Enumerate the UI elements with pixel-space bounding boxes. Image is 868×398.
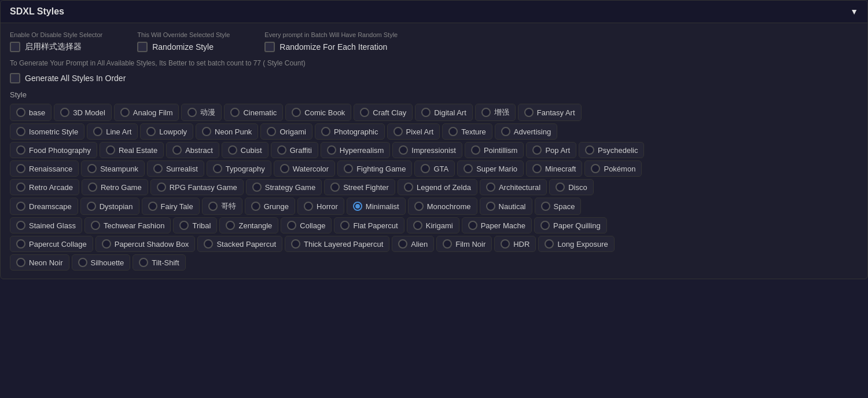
style-item[interactable]: 哥特 <box>202 198 242 215</box>
style-item[interactable]: Renaissance <box>10 160 79 177</box>
style-item[interactable]: Papercut Collage <box>10 236 93 252</box>
style-item[interactable]: Minimalist <box>347 198 406 215</box>
style-item[interactable]: Thick Layered Papercut <box>285 236 389 252</box>
style-item[interactable]: Typography <box>207 160 271 177</box>
style-item[interactable]: Super Mario <box>457 160 524 177</box>
style-item[interactable]: Legend of Zelda <box>398 179 477 195</box>
style-item[interactable]: Flat Papercut <box>334 217 404 233</box>
style-item[interactable]: Silhouette <box>72 254 131 271</box>
style-item[interactable]: Papercut Shadow Box <box>95 236 196 252</box>
enable-style-checkbox[interactable] <box>10 42 20 52</box>
chevron-down-icon[interactable]: ▼ <box>850 7 858 16</box>
style-item[interactable]: Disco <box>549 179 594 195</box>
style-item[interactable]: 3D Model <box>54 104 112 121</box>
style-item[interactable]: Isometric Style <box>10 123 84 140</box>
style-item[interactable]: Fantasy Art <box>518 104 582 121</box>
style-item[interactable]: Dystopian <box>80 198 139 215</box>
style-item[interactable]: Advertising <box>495 123 557 140</box>
randomize-each-option[interactable]: Randomize For Each Iteration <box>264 42 398 52</box>
style-radio-icon <box>540 221 550 230</box>
randomize-each-checkbox[interactable] <box>264 42 275 52</box>
style-item[interactable]: Digital Art <box>415 104 473 121</box>
style-item[interactable]: Hyperrealism <box>321 142 391 158</box>
style-item[interactable]: Paper Mache <box>462 217 532 233</box>
style-item[interactable]: Graffiti <box>271 142 318 158</box>
style-item[interactable]: Texture <box>442 123 492 140</box>
style-item[interactable]: Retro Game <box>82 179 148 195</box>
style-item[interactable]: Space <box>535 198 582 215</box>
style-item[interactable]: GTA <box>414 160 455 177</box>
style-item[interactable]: Origami <box>260 123 312 140</box>
style-radio-icon <box>16 221 25 230</box>
style-radio-icon <box>16 202 25 211</box>
style-item[interactable]: Photographic <box>315 123 385 140</box>
generate-all-checkbox[interactable] <box>10 73 20 83</box>
style-item[interactable]: Craft Clay <box>354 104 413 121</box>
randomize-style-checkbox[interactable] <box>137 42 148 52</box>
style-item[interactable]: Impressionist <box>392 142 462 158</box>
style-item[interactable]: Minecraft <box>526 160 582 177</box>
style-item[interactable]: Tilt-Shift <box>133 254 185 271</box>
style-item[interactable]: Film Noir <box>436 236 492 252</box>
style-item[interactable]: Tribal <box>173 217 217 233</box>
style-item[interactable]: Neon Noir <box>10 254 69 271</box>
style-item[interactable]: Fairy Tale <box>142 198 200 215</box>
style-item[interactable]: Lowpoly <box>140 123 193 140</box>
style-item[interactable]: Food Photography <box>10 142 97 158</box>
style-name-text: 动漫 <box>200 107 215 118</box>
style-item[interactable]: Retro Arcade <box>10 179 79 195</box>
style-item[interactable]: Stacked Papercut <box>197 236 282 252</box>
style-item[interactable]: Cubist <box>222 142 269 158</box>
style-radio-icon <box>78 258 87 267</box>
style-name-text: HDR <box>513 240 529 249</box>
style-item[interactable]: Collage <box>281 217 332 233</box>
style-name-text: Pop Art <box>545 146 570 155</box>
style-name-text: Silhouette <box>91 258 124 267</box>
style-item[interactable]: Strategy Game <box>246 179 322 195</box>
style-item[interactable]: Psychedelic <box>579 142 644 158</box>
style-name-text: Papercut Collage <box>29 240 87 249</box>
style-radio-icon <box>398 239 407 249</box>
style-item[interactable]: Surrealist <box>147 160 204 177</box>
style-name-text: Food Photography <box>29 146 91 155</box>
style-name-text: Advertising <box>514 127 551 136</box>
style-item[interactable]: Steampunk <box>81 160 145 177</box>
style-item[interactable]: Long Exposure <box>538 236 614 252</box>
style-item[interactable]: Techwear Fashion <box>84 217 171 233</box>
enable-style-group: Enable Or Disable Style Selector 启用样式选择器 <box>10 31 102 52</box>
style-item[interactable]: Zentangle <box>219 217 278 233</box>
style-item[interactable]: Real Estate <box>100 142 164 158</box>
style-item[interactable]: Line Art <box>87 123 138 140</box>
generate-all-row[interactable]: Generate All Styles In Order <box>10 73 858 83</box>
style-item[interactable]: Kirigami <box>407 217 459 233</box>
style-item[interactable]: Pokémon <box>584 160 642 177</box>
style-item[interactable]: Nautical <box>480 198 532 215</box>
enable-style-option[interactable]: 启用样式选择器 <box>10 42 102 52</box>
style-item[interactable]: 动漫 <box>181 104 222 121</box>
style-item[interactable]: Dreamscape <box>10 198 78 215</box>
style-item[interactable]: Analog Film <box>114 104 179 121</box>
style-item[interactable]: Comic Book <box>285 104 351 121</box>
style-item[interactable]: Pop Art <box>526 142 576 158</box>
style-item[interactable]: Cinematic <box>224 104 283 121</box>
style-item[interactable]: Stained Glass <box>10 217 82 233</box>
style-item[interactable]: Pointillism <box>465 142 524 158</box>
style-item[interactable]: Grunge <box>245 198 295 215</box>
style-item[interactable]: Abstract <box>166 142 219 158</box>
style-item[interactable]: Paper Quilling <box>534 217 607 233</box>
style-item[interactable]: base <box>10 104 52 121</box>
style-item[interactable]: Fighting Game <box>337 160 412 177</box>
style-item[interactable]: RPG Fantasy Game <box>150 179 244 195</box>
style-item[interactable]: Street Fighter <box>324 179 395 195</box>
style-row-8: Neon NoirSilhouetteTilt-Shift <box>10 254 858 271</box>
style-item[interactable]: Alien <box>392 236 434 252</box>
style-item[interactable]: Watercolor <box>274 160 335 177</box>
style-item[interactable]: Pixel Art <box>387 123 440 140</box>
randomize-style-option[interactable]: Randomize Style <box>137 42 230 52</box>
style-item[interactable]: Horror <box>297 198 344 215</box>
style-item[interactable]: Monochrome <box>408 198 477 215</box>
style-item[interactable]: Neon Punk <box>196 123 258 140</box>
style-item[interactable]: Architectural <box>480 179 547 195</box>
style-item[interactable]: HDR <box>494 236 536 252</box>
style-item[interactable]: 增强 <box>475 104 516 121</box>
